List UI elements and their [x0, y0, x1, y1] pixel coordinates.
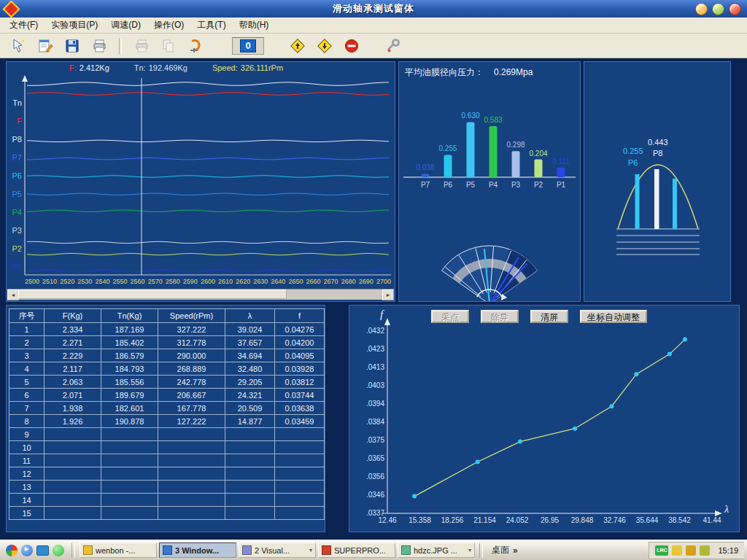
- chevron-icon[interactable]: »: [513, 545, 518, 556]
- update-tray-icon[interactable]: [700, 545, 710, 556]
- table-row[interactable]: 9: [9, 428, 325, 441]
- data-point: [667, 352, 672, 357]
- taskbar-task-button[interactable]: SUPERPRO...: [318, 542, 395, 558]
- pointer-tool-icon[interactable]: [9, 36, 28, 55]
- table-cell: 7: [9, 402, 44, 415]
- desktop-toolbar[interactable]: 桌面 »: [487, 544, 522, 556]
- table-cell: [44, 494, 101, 507]
- table-row[interactable]: 42.117184.793268.88932.4800.03928: [9, 362, 325, 376]
- bar-value-label: 0.204: [529, 149, 547, 158]
- wrench-tool-icon[interactable]: [384, 36, 403, 55]
- button-除异[interactable]: 除异: [481, 310, 519, 323]
- media-player-icon[interactable]: [21, 545, 33, 556]
- table-cell: [275, 481, 325, 494]
- table-row[interactable]: 62.071189.679206.66724.3210.03744: [9, 389, 325, 402]
- table-cell: 9: [9, 428, 44, 441]
- lrc-tray-icon[interactable]: LRC: [655, 545, 668, 556]
- table-cell: 2.334: [44, 323, 101, 336]
- table-row[interactable]: 14: [9, 494, 325, 507]
- task-dropdown-icon[interactable]: ▾: [468, 547, 471, 553]
- table-cell: [158, 428, 225, 441]
- messenger-icon[interactable]: [53, 545, 64, 556]
- display-icon[interactable]: [36, 545, 49, 556]
- notes-tray-icon[interactable]: [672, 545, 682, 556]
- trend-x-tick: 2620: [236, 278, 250, 285]
- maximize-button[interactable]: [712, 3, 724, 15]
- button-采点[interactable]: 采点: [431, 310, 469, 323]
- table-row[interactable]: 12: [9, 467, 325, 481]
- scroll-right-button[interactable]: ►: [382, 289, 394, 300]
- table-cell: 13: [9, 481, 44, 494]
- taskbar-task-button[interactable]: 2 Visual...▾: [239, 542, 316, 558]
- print-icon[interactable]: [90, 36, 109, 55]
- task-icon: [163, 545, 172, 555]
- button-坐标自动调整[interactable]: 坐标自动调整: [580, 310, 647, 323]
- table-row[interactable]: 15: [9, 507, 325, 520]
- table-row[interactable]: 10: [9, 441, 325, 454]
- table-cell: 268.889: [158, 362, 225, 376]
- table-cell: 206.667: [158, 389, 225, 402]
- table-cell: [158, 441, 225, 454]
- notepad-icon[interactable]: [36, 36, 55, 55]
- stop-sign-icon[interactable]: [342, 36, 361, 55]
- table-row[interactable]: 22.271185.402312.77837.6570.04200: [9, 336, 325, 349]
- scroll-left-button[interactable]: ◄: [7, 289, 19, 300]
- task-dropdown-icon[interactable]: ▾: [309, 547, 312, 553]
- copy-icon[interactable]: [159, 36, 178, 55]
- menu-item[interactable]: 工具(T): [190, 17, 232, 34]
- table-row[interactable]: 12.334187.169327.22239.0240.04276: [9, 323, 325, 336]
- trend-series-line-P8: [27, 140, 389, 141]
- table-cell: [225, 441, 275, 454]
- launcher-logo-icon[interactable]: [6, 545, 18, 556]
- table-cell: 20.509: [225, 402, 275, 415]
- oil-film-pressure-panel: 平均油膜径向压力：0.269Mpa 0.038P70.255P60.630P5: [398, 61, 581, 302]
- table-row[interactable]: 11: [9, 454, 325, 467]
- taskbar-task-button[interactable]: hdzc.JPG ...▾: [398, 542, 475, 558]
- menu-item[interactable]: 实验项目(P): [44, 17, 104, 34]
- x-axis-arrow: [715, 510, 722, 516]
- trend-x-tick: 2560: [131, 278, 145, 285]
- button-清屏[interactable]: 清屏: [530, 310, 568, 323]
- table-header-cell: λ: [225, 309, 275, 323]
- print-disabled-icon[interactable]: [132, 36, 151, 55]
- table-row[interactable]: 13: [9, 481, 325, 494]
- curve-toolbar: 采点除异清屏坐标自动调整: [431, 310, 647, 323]
- clamp-tool-icon[interactable]: [186, 36, 205, 55]
- table-row[interactable]: 71.938182.601167.77820.5090.03638: [9, 402, 325, 415]
- trend-series-label: P4: [12, 208, 22, 217]
- bar-category-label: P4: [489, 181, 498, 189]
- speed-up-sign-icon[interactable]: [288, 36, 307, 55]
- minimize-button[interactable]: [695, 3, 708, 15]
- table-cell: 0.03459: [275, 415, 325, 428]
- task-label: SUPERPRO...: [334, 546, 386, 555]
- table-cell: 37.657: [225, 336, 275, 349]
- scrollbar-thumb[interactable]: [18, 289, 287, 299]
- scatter-y-tick: .0403: [366, 381, 384, 389]
- trend-x-tick: 2530: [77, 278, 92, 285]
- table-cell: 2.071: [44, 389, 101, 402]
- table-row[interactable]: 81.926190.878127.22214.8770.03459: [9, 415, 325, 428]
- menu-item[interactable]: 操作(O): [147, 17, 190, 34]
- bar-value-label: 0.255: [438, 144, 457, 152]
- table-row[interactable]: 52.063185.556242.77829.2050.03812: [9, 376, 325, 389]
- bar-category-label: P6: [444, 181, 453, 189]
- oil-film-gauge: [442, 246, 538, 301]
- menu-item[interactable]: 调速(D): [104, 17, 147, 34]
- live-readouts: F:2.412Kg Tn:192.469Kg Speed:326.111rPm: [69, 63, 283, 72]
- trend-h-scrollbar: ◄ ►: [7, 289, 394, 300]
- scatter-y-tick: .0356: [366, 472, 384, 481]
- scatter-y-tick: .0432: [366, 327, 384, 335]
- save-icon[interactable]: [63, 36, 82, 55]
- taskbar-task-button[interactable]: wenbon -...: [80, 542, 157, 558]
- close-button[interactable]: [729, 3, 741, 15]
- lock-tray-icon[interactable]: [686, 545, 696, 556]
- table-cell: 0.03928: [275, 362, 325, 376]
- trend-x-tick: 2640: [271, 278, 285, 285]
- menu-item[interactable]: 帮助(H): [233, 17, 276, 34]
- table-cell: 290.000: [158, 349, 225, 362]
- menu-item[interactable]: 文件(F): [3, 17, 44, 34]
- table-row[interactable]: 32.229186.579290.00034.6940.04095: [9, 349, 325, 362]
- speed-down-sign-icon[interactable]: [315, 36, 334, 55]
- table-cell: [158, 494, 225, 507]
- taskbar-task-button[interactable]: 3 Window...: [159, 542, 236, 558]
